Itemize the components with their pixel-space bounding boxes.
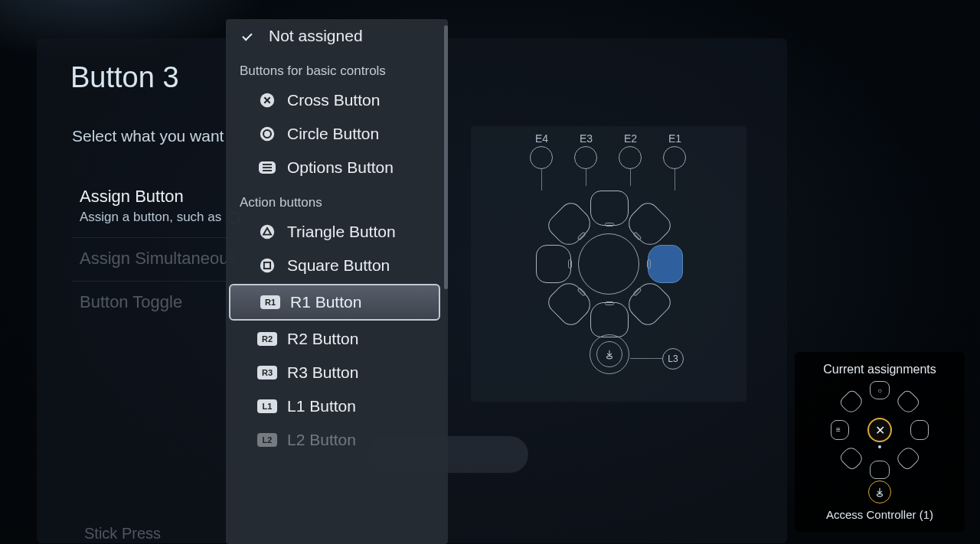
assign-center-button: ✕ (867, 418, 892, 442)
option-label: Not assigned (269, 27, 363, 45)
option-label: R3 Button (287, 363, 358, 382)
ext-port-label: E2 (624, 132, 637, 145)
ext-port (530, 146, 553, 169)
petal-4 (590, 302, 629, 337)
option-triangle-button[interactable]: Triangle Button (226, 215, 443, 249)
r2-badge-icon: R2 (257, 332, 277, 346)
cross-icon (259, 92, 276, 109)
r1-badge-icon: R1 (260, 295, 280, 309)
assign-stick-icon (868, 480, 891, 503)
ext-port-label: E4 (535, 132, 548, 145)
checkmark-icon (241, 28, 256, 44)
option-options-button[interactable]: Options Button (226, 151, 443, 184)
option-label: Circle Button (287, 125, 379, 143)
dropdown-section-action: Action buttons (226, 184, 443, 215)
petal-2-highlighted (648, 245, 683, 283)
option-label: R1 Button (290, 293, 361, 311)
option-label: L2 Button (287, 431, 356, 449)
ext-port (619, 146, 642, 169)
option-label: R2 Button (287, 330, 358, 348)
button-assignment-dropdown[interactable]: Not assigned Buttons for basic controls … (226, 19, 448, 544)
option-r2-button[interactable]: R2 R2 Button (226, 322, 443, 356)
assignments-device-label: Access Controller (1) (802, 508, 957, 521)
assign-top-glyph: ○ (877, 386, 882, 395)
ext-port-label: E1 (668, 132, 681, 145)
dropdown-scrollbar[interactable] (444, 25, 448, 289)
controller-diagram: E4 E3 E2 E1 L3 (471, 126, 746, 402)
petal-3 (623, 278, 675, 330)
option-l1-button[interactable]: L1 L1 Button (226, 389, 443, 423)
svg-point-1 (260, 127, 274, 141)
option-square-button[interactable]: Square Button (226, 249, 443, 282)
controller-flower (540, 195, 678, 333)
option-not-assigned[interactable]: Not assigned (226, 19, 443, 53)
option-r1-button[interactable]: R1 R1 Button (229, 284, 440, 321)
option-cross-button[interactable]: Cross Button (226, 83, 443, 117)
option-label: Square Button (287, 256, 390, 275)
option-r3-button[interactable]: R3 R3 Button (226, 356, 443, 389)
ext-port (663, 146, 686, 169)
option-label: L1 Button (287, 397, 356, 415)
petal-0 (590, 191, 629, 226)
stick-press-label: Stick Press (84, 525, 161, 542)
options-icon (259, 161, 276, 174)
page-subtitle: Select what you want (72, 127, 224, 145)
option-label: Triangle Button (287, 223, 396, 241)
analog-stick (590, 334, 629, 374)
current-assignments-panel: Current assignments ○ ≡ ✕ Access Control… (795, 352, 965, 532)
ext-port-label: E3 (580, 132, 593, 145)
l3-label: L3 (662, 348, 684, 370)
page-title: Button 3 (70, 61, 179, 94)
triangle-icon (259, 223, 276, 240)
l1-badge-icon: L1 (257, 399, 277, 413)
option-label: Cross Button (287, 91, 380, 109)
assignments-controller-mini: ○ ≡ ✕ (834, 384, 926, 476)
stick-press-down-icon (604, 349, 615, 360)
option-l2-button[interactable]: L2 L2 Button (226, 423, 443, 457)
svg-point-4 (260, 259, 274, 272)
ext-port (574, 146, 597, 169)
assignments-title: Current assignments (802, 363, 957, 376)
petal-6 (536, 245, 571, 283)
option-circle-button[interactable]: Circle Button (226, 117, 443, 151)
square-icon (259, 257, 276, 274)
l2-badge-icon: L2 (257, 433, 277, 447)
r3-badge-icon: R3 (257, 366, 277, 379)
circle-icon (259, 125, 276, 142)
assign-left-glyph: ≡ (836, 425, 841, 434)
option-label: Options Button (287, 158, 394, 177)
dropdown-section-basic: Buttons for basic controls (226, 53, 443, 83)
